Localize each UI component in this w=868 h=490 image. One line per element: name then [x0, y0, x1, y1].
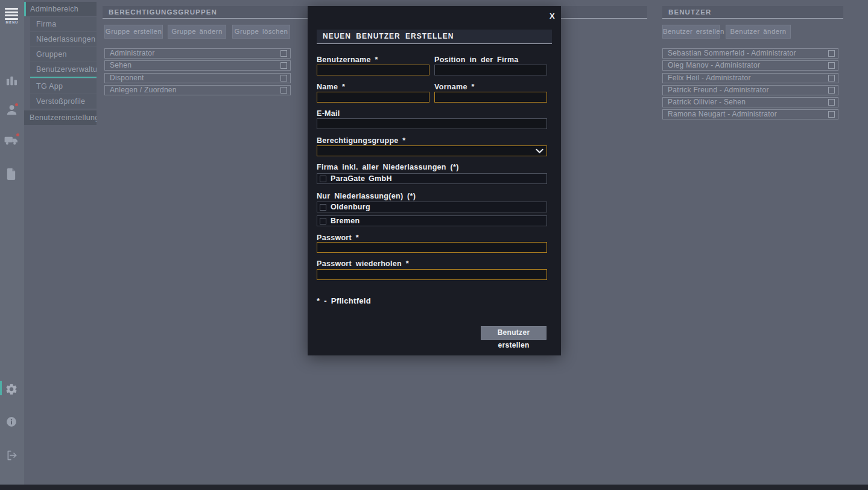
password-input[interactable] — [317, 242, 547, 253]
sidebar-item-benutzerverwaltung[interactable]: Benutzerverwaltung — [30, 62, 97, 78]
group-row-label: Anlegen / Zuordnen — [110, 86, 177, 94]
create-group-button[interactable]: Gruppe erstellen — [104, 25, 163, 39]
submit-create-user-button[interactable]: Benutzer erstellen — [481, 326, 546, 340]
group-row-checkbox[interactable] — [280, 50, 287, 57]
hamburger-menu-icon[interactable] — [5, 8, 18, 21]
password-repeat-input[interactable] — [317, 269, 547, 280]
position-input[interactable] — [434, 65, 547, 75]
user-row-label: Sebastian Sommerfeld - Administrator — [668, 49, 796, 57]
modal-title: NEUEN BENUTZER ERSTELLEN — [317, 30, 552, 44]
users-panel-title: BENUTZER — [662, 6, 843, 19]
edit-user-button[interactable]: Benutzer ändern — [726, 25, 791, 39]
group-row-label: Administrator — [110, 49, 155, 57]
position-label: Position in der Firma — [434, 56, 519, 64]
user-row-label: Oleg Manov - Administrator — [668, 61, 760, 69]
document-icon[interactable] — [5, 167, 17, 181]
user-row[interactable]: Sebastian Sommerfeld - Administrator — [662, 48, 838, 59]
sidebar-item-label: Niederlassungen — [36, 35, 95, 43]
group-row[interactable]: Disponent — [104, 73, 291, 83]
branch-option-row[interactable]: Bremen — [317, 215, 547, 226]
user-notification-badge — [15, 103, 18, 106]
menu-label: MENU — [0, 21, 24, 24]
user-row-label: Felix Heil - Administrator — [668, 74, 751, 82]
user-row-checkbox[interactable] — [828, 111, 835, 118]
group-row-checkbox[interactable] — [280, 62, 287, 69]
info-icon[interactable] — [5, 416, 17, 428]
sidebar-item-label: Adminbereich — [30, 5, 78, 13]
sidebar-item-benutzereinstellungen[interactable]: Benutzereinstellungen — [24, 110, 97, 125]
sidebar-item-verstossprofile[interactable]: Verstoßprofile — [30, 94, 97, 109]
bottom-bar — [0, 485, 868, 490]
sidebar-item-label: Benutzerverwaltung — [36, 65, 97, 74]
user-row-checkbox[interactable] — [828, 50, 835, 57]
password-label: Passwort * — [317, 234, 359, 242]
truck-icon[interactable] — [4, 135, 19, 147]
user-row[interactable]: Ramona Neugart - Administrator — [662, 109, 838, 119]
icon-rail: MENU — [0, 0, 24, 490]
lastname-label: Name * — [317, 83, 345, 91]
permission-group-label: Berechtigungsgruppe * — [317, 136, 406, 145]
company-section-label: Firma inkl. aller Niederlassungen (*) — [317, 163, 459, 171]
create-user-modal: X NEUEN BENUTZER ERSTELLEN Benutzername … — [308, 6, 561, 355]
chevron-down-icon — [536, 148, 543, 154]
settings-active-indicator — [0, 381, 2, 395]
username-label: Benutzername * — [317, 56, 378, 64]
group-row[interactable]: Anlegen / Zuordnen — [104, 85, 291, 95]
sidebar-item-gruppen[interactable]: Gruppen — [30, 47, 97, 62]
sidebar-item-label: Benutzereinstellungen — [30, 113, 97, 122]
branch-checkbox[interactable] — [320, 218, 326, 224]
required-field-note: * - Pflichtfeld — [317, 296, 371, 305]
group-row-label: Sehen — [110, 61, 131, 69]
sidebar-item-adminbereich[interactable]: Adminbereich — [24, 2, 97, 16]
firstname-input[interactable] — [434, 92, 547, 103]
user-row-label: Ramona Neugart - Administrator — [668, 110, 777, 118]
user-row-checkbox[interactable] — [828, 99, 835, 106]
gear-icon[interactable] — [5, 383, 18, 396]
company-option-label: ParaGate GmbH — [331, 174, 392, 184]
lastname-input[interactable] — [317, 92, 429, 103]
firstname-label: Vorname * — [434, 83, 475, 91]
company-option-row[interactable]: ParaGate GmbH — [317, 173, 547, 184]
user-row-label: Patrick Ollivier - Sehen — [668, 98, 746, 106]
username-input[interactable] — [317, 65, 429, 75]
user-row-checkbox[interactable] — [828, 87, 835, 94]
edit-group-button[interactable]: Gruppe ändern — [168, 25, 226, 39]
branch-section-label: Nur Niederlassung(en) (*) — [317, 192, 416, 200]
branch-checkbox[interactable] — [320, 204, 326, 211]
company-checkbox[interactable] — [320, 176, 326, 182]
user-row-label: Patrick Freund - Administrator — [668, 86, 769, 94]
app-root: MENU — [0, 0, 868, 490]
close-icon[interactable]: X — [550, 12, 555, 20]
permission-group-selected-value — [317, 148, 320, 156]
sidebar-item-label: Verstoßprofile — [36, 97, 85, 106]
user-row[interactable]: Patrick Freund - Administrator — [662, 85, 838, 95]
sidebar-item-niederlassungen[interactable]: Niederlassungen — [30, 32, 97, 46]
sidebar-item-firma[interactable]: Firma — [30, 17, 97, 31]
user-row[interactable]: Patrick Ollivier - Sehen — [662, 97, 838, 107]
user-row[interactable]: Felix Heil - Administrator — [662, 73, 838, 83]
logout-icon[interactable] — [5, 449, 18, 462]
sidebar-item-tg-app[interactable]: TG App — [30, 79, 97, 94]
branch-option-label: Bremen — [331, 216, 360, 226]
email-label: E-Mail — [317, 109, 340, 118]
sidebar-item-label: TG App — [36, 82, 63, 91]
user-row-checkbox[interactable] — [828, 75, 835, 81]
sidebar-item-label: Firma — [36, 20, 56, 28]
branch-option-label: Oldenburg — [331, 202, 370, 212]
branch-option-row[interactable]: Oldenburg — [317, 202, 547, 212]
sidebar-item-label: Gruppen — [36, 50, 67, 59]
email-input[interactable] — [317, 118, 547, 129]
user-row-checkbox[interactable] — [828, 62, 835, 69]
truck-notification-badge — [16, 133, 19, 136]
group-row-checkbox[interactable] — [280, 87, 287, 94]
password-repeat-label: Passwort wiederholen * — [317, 259, 409, 268]
bar-chart-icon[interactable] — [5, 74, 18, 87]
permission-group-select[interactable] — [317, 145, 547, 156]
create-user-button[interactable]: Benutzer erstellen — [662, 25, 720, 39]
group-row[interactable]: Administrator — [104, 48, 291, 59]
user-row[interactable]: Oleg Manov - Administrator — [662, 60, 838, 71]
group-row-checkbox[interactable] — [280, 75, 287, 81]
delete-group-button[interactable]: Gruppe löschen — [232, 25, 290, 39]
group-row-label: Disponent — [110, 74, 144, 82]
group-row[interactable]: Sehen — [104, 60, 291, 71]
